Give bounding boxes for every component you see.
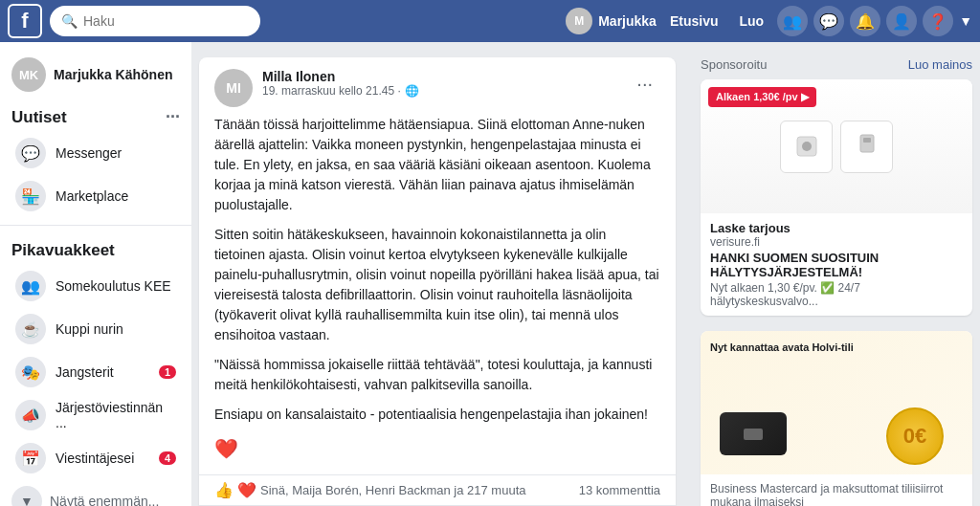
top-nav: f 🔍 M Marjukka Etusivu Luo 👥 💬 🔔 👤 ❓ ▼ <box>0 0 980 42</box>
holvi-desc: Business Mastercard ja maksuttomat tilii… <box>710 482 963 506</box>
sidebar-item-jarjesto[interactable]: 📣 Järjestöviestinnän ... <box>4 394 188 436</box>
sidebar-item-label: Järjestöviestinnän ... <box>56 400 176 430</box>
sidebar-item-label: Somekoulutus KEE <box>56 278 176 294</box>
sidebar-item-label: Kuppi nurin <box>56 321 176 337</box>
reaction-icons: 👍 ❤️ Sinä, Maija Borén, Henri Backman ja… <box>214 481 525 499</box>
sidebar-username: Marjukka Kähönen <box>54 67 172 82</box>
nav-luo[interactable]: Luo <box>731 13 771 29</box>
theater-icon: 🎭 <box>15 357 46 387</box>
ad-image-holvi: Nyt kannattaa avata Holvi-tili 0€ <box>701 331 972 474</box>
sidebar-item-somekoulutus[interactable]: 👥 Somekoulutus KEE <box>4 265 188 307</box>
post-reactions: 👍 ❤️ Sinä, Maija Borén, Henri Backman ja… <box>199 474 676 505</box>
sidebar-item-label: Viestintäjesei <box>56 451 149 466</box>
chevron-down-icon: ▼ <box>11 486 42 506</box>
ad-site: verisure.fi <box>710 235 963 249</box>
megaphone-icon: 📣 <box>15 400 46 430</box>
sidebar-item-label: Messenger <box>56 145 176 161</box>
holvi-coin-visual: 0€ <box>886 407 944 465</box>
nav-chevron-icon[interactable]: ▼ <box>959 13 972 29</box>
search-icon: 🔍 <box>61 13 78 29</box>
sidebar-item-label: Marketplace <box>56 188 176 204</box>
author-details: Milla Ilonen 19. marraskuu kello 21.45 ·… <box>262 69 419 98</box>
uutiset-options-icon[interactable]: ··· <box>166 107 180 127</box>
avatar: MK <box>11 57 46 92</box>
globe-icon: 🌐 <box>405 84 419 98</box>
messenger-icon: 💬 <box>15 138 46 168</box>
sidebar-uutiset-label: Uutiset ··· <box>0 99 191 131</box>
friends-icon[interactable]: 👥 <box>777 6 808 36</box>
ad-desc: Nyt alkaen 1,30 €/pv. ✅ 24/7 hälytyskesk… <box>710 281 963 308</box>
notifications-icon[interactable]: 🔔 <box>850 6 880 36</box>
svg-point-1 <box>802 142 812 151</box>
group-icon: 👥 <box>15 271 46 301</box>
sponsored-label: Sponsoroitu Luo mainos <box>701 57 972 72</box>
help-icon[interactable]: ❓ <box>923 6 953 36</box>
ad-body: Laske tarjous verisure.fi HANKI SUOMEN S… <box>701 213 972 316</box>
page-layout: MK Marjukka Kähönen Uutiset ··· 💬 Messen… <box>0 42 980 506</box>
post-meta: 19. marraskuu kello 21.45 · 🌐 <box>262 84 419 98</box>
product-box-1 <box>780 121 833 173</box>
ad-deal-label: Laske tarjous <box>710 221 963 235</box>
search-input[interactable] <box>83 13 249 29</box>
post-card: MI Milla Ilonen 19. marraskuu kello 21.4… <box>199 57 676 506</box>
sidebar-item-jangsterit[interactable]: 🎭 Jangsterit 1 <box>4 351 188 393</box>
post-paragraph-3: "Näissä hommissa jokaiselle riittää teht… <box>214 355 660 395</box>
messenger-icon[interactable]: 💬 <box>813 6 844 36</box>
post-author-info: MI Milla Ilonen 19. marraskuu kello 21.4… <box>214 69 419 107</box>
ad-card-verisure[interactable]: Alkaen 1,30€ /pv ▶ <box>701 79 972 316</box>
main-content: MI Milla Ilonen 19. marraskuu kello 21.4… <box>191 42 683 506</box>
post-body: Tänään töissä harjoittelimme hätäensiapu… <box>199 115 676 474</box>
coffee-icon: ☕ <box>15 314 46 344</box>
sidebar-item-kuppi[interactable]: ☕ Kuppi nurin <box>4 308 188 350</box>
sidebar-item-messenger[interactable]: 💬 Messenger <box>4 132 188 174</box>
svg-rect-3 <box>863 138 871 143</box>
left-sidebar: MK Marjukka Kähönen Uutiset ··· 💬 Messen… <box>0 42 191 506</box>
post-options-button[interactable]: ··· <box>629 69 660 99</box>
post-paragraph-4: Ensiapu on kansalaistaito - potentiaalis… <box>214 405 660 425</box>
product-box-2 <box>840 121 893 173</box>
badge: 4 <box>159 451 176 465</box>
post-header: MI Milla Ilonen 19. marraskuu kello 21.4… <box>199 57 676 115</box>
post-paragraph-1: Tänään töissä harjoittelimme hätäensiapu… <box>214 115 660 215</box>
pikavuakkeet-label: Pikavuakkeet <box>0 233 191 264</box>
right-sidebar: Sponsoroitu Luo mainos Alkaen 1,30€ /pv … <box>693 42 980 506</box>
ad-image: Alkaen 1,30€ /pv ▶ <box>701 79 972 213</box>
sidebar-item-viestinta[interactable]: 📅 Viestintäjesei 4 <box>4 437 188 479</box>
sidebar-item-marketplace[interactable]: 🏪 Marketplace <box>4 175 188 217</box>
comments-count: 13 kommenttia <box>579 483 660 497</box>
heart-emoji: ❤️ <box>214 434 660 463</box>
reaction-count: Sinä, Maija Borén, Henri Backman ja 217 … <box>260 483 525 497</box>
avatar: MI <box>214 69 253 107</box>
sponsored-text: Sponsoroitu <box>701 57 767 72</box>
product-image <box>780 121 893 173</box>
ad-title: HANKI SUOMEN SUOSITUIN HÄLYTYSJÄRJESTELM… <box>710 251 963 279</box>
holvi-text: Nyt kannattaa avata Holvi-tili <box>710 341 963 355</box>
facebook-logo[interactable]: f <box>8 4 42 38</box>
marketplace-icon: 🏪 <box>15 181 46 211</box>
like-icon: 👍 <box>214 481 234 499</box>
divider <box>0 225 191 226</box>
create-ad-link[interactable]: Luo mainos <box>908 57 972 72</box>
nav-user[interactable]: M Marjukka <box>566 8 657 34</box>
ad-card-holvi[interactable]: Nyt kannattaa avata Holvi-tili 0€ Busine… <box>701 331 972 506</box>
holvi-card-visual <box>720 412 787 455</box>
show-more-label: Näytä enemmän... <box>50 494 159 506</box>
show-more-button[interactable]: ▼ Näytä enemmän... <box>0 480 191 506</box>
love-icon: ❤️ <box>237 481 256 499</box>
post-author-name[interactable]: Milla Ilonen <box>262 69 419 84</box>
sidebar-user[interactable]: MK Marjukka Kähönen <box>0 50 191 99</box>
post-timestamp: 19. marraskuu kello 21.45 · <box>262 84 401 98</box>
calendar-icon: 📅 <box>15 443 46 473</box>
nav-username: Marjukka <box>598 13 657 29</box>
svg-rect-2 <box>860 135 874 152</box>
holvi-cta: Nyt kannattaa avata Holvi-tili <box>710 341 854 353</box>
sidebar-item-label: Jangsterit <box>56 364 149 380</box>
ad-body-holvi: Business Mastercard ja maksuttomat tilii… <box>701 474 972 506</box>
nav-right: M Marjukka Etusivu Luo 👥 💬 🔔 👤 ❓ ▼ <box>566 6 972 36</box>
nav-etusivu[interactable]: Etusivu <box>662 13 726 29</box>
post-paragraph-2: Sitten soitin hätäkeskukseen, havainnoin… <box>214 225 660 345</box>
badge: 1 <box>159 365 176 379</box>
search-bar[interactable]: 🔍 <box>50 6 260 36</box>
promo-badge: Alkaen 1,30€ /pv ▶ <box>708 87 816 107</box>
people-find-icon[interactable]: 👤 <box>886 6 917 36</box>
